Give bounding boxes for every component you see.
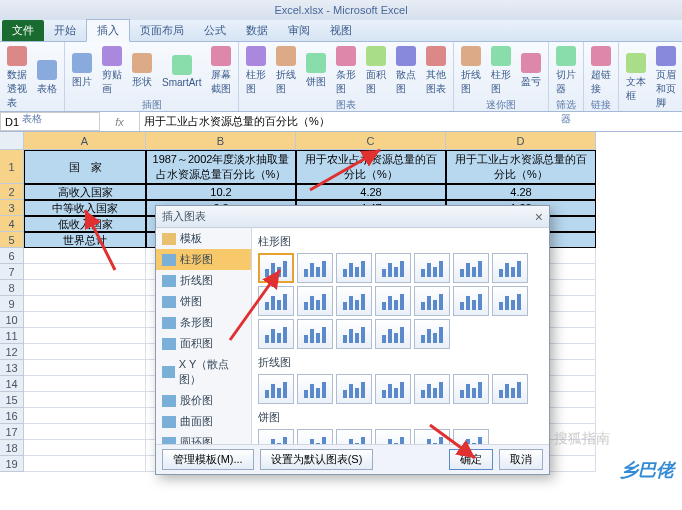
ribbon-button[interactable]: 图片 [69, 51, 95, 91]
cell[interactable]: 4.28 [296, 184, 446, 200]
cell[interactable] [24, 296, 146, 312]
row-header[interactable]: 13 [0, 360, 24, 376]
chart-thumbnail[interactable] [297, 286, 333, 316]
ribbon-button[interactable]: 屏幕截图 [208, 44, 234, 98]
ribbon-button[interactable]: SmartArt [159, 53, 204, 90]
formula-input[interactable]: 用于工业占水资源总量的百分比（%） [140, 112, 682, 131]
chart-type-item[interactable]: 圆环图 [156, 432, 251, 444]
row-header[interactable]: 16 [0, 408, 24, 424]
ribbon-button[interactable]: 页眉和页脚 [653, 44, 679, 112]
cell[interactable] [24, 280, 146, 296]
cell[interactable] [24, 312, 146, 328]
ribbon-button[interactable]: 数据透视表 [4, 44, 30, 112]
ok-button[interactable]: 确定 [449, 449, 493, 470]
column-header[interactable]: C [296, 132, 446, 150]
cell[interactable]: 10.2 [146, 184, 296, 200]
chart-thumbnail[interactable] [297, 429, 333, 444]
set-default-chart-button[interactable]: 设置为默认图表(S) [260, 449, 374, 470]
ribbon-button[interactable]: 切片器 [553, 44, 579, 98]
cell[interactable]: 用于农业占水资源总量的百分比（%） [296, 150, 446, 184]
row-header[interactable]: 7 [0, 264, 24, 280]
column-header[interactable]: B [146, 132, 296, 150]
cell[interactable] [24, 456, 146, 472]
tab-insert[interactable]: 插入 [86, 19, 130, 42]
tab-view[interactable]: 视图 [320, 20, 362, 41]
ribbon-button[interactable]: 柱形图 [243, 44, 269, 98]
cell[interactable]: 高收入国家 [24, 184, 146, 200]
row-header[interactable]: 8 [0, 280, 24, 296]
chart-thumbnail[interactable] [414, 286, 450, 316]
row-header[interactable]: 15 [0, 392, 24, 408]
chart-thumbnail[interactable] [492, 374, 528, 404]
cell[interactable]: 中等收入国家 [24, 200, 146, 216]
chart-thumbnail[interactable] [297, 374, 333, 404]
row-header[interactable]: 11 [0, 328, 24, 344]
row-header[interactable]: 19 [0, 456, 24, 472]
chart-thumbnail[interactable] [375, 253, 411, 283]
chart-type-item[interactable]: 模板 [156, 228, 251, 249]
row-header[interactable]: 3 [0, 200, 24, 216]
row-header[interactable]: 1 [0, 150, 24, 184]
cell[interactable] [24, 408, 146, 424]
row-header[interactable]: 5 [0, 232, 24, 248]
chart-thumbnail[interactable] [492, 253, 528, 283]
cell[interactable] [24, 424, 146, 440]
cell[interactable]: 用于工业占水资源总量的百分比（%） [446, 150, 596, 184]
row-header[interactable]: 2 [0, 184, 24, 200]
tab-page-layout[interactable]: 页面布局 [130, 20, 194, 41]
chart-thumbnail[interactable] [453, 374, 489, 404]
ribbon-button[interactable]: 其他图表 [423, 44, 449, 98]
chart-thumbnail[interactable] [336, 374, 372, 404]
chart-thumbnail[interactable] [258, 429, 294, 444]
chart-type-item[interactable]: 饼图 [156, 291, 251, 312]
tab-review[interactable]: 审阅 [278, 20, 320, 41]
cell[interactable] [24, 344, 146, 360]
chart-thumbnail[interactable] [336, 286, 372, 316]
chart-thumbnail[interactable] [414, 429, 450, 444]
row-header[interactable]: 17 [0, 424, 24, 440]
chart-thumbnail[interactable] [297, 319, 333, 349]
cell[interactable] [24, 264, 146, 280]
ribbon-button[interactable]: 表格 [34, 58, 60, 98]
row-header[interactable]: 10 [0, 312, 24, 328]
chart-thumbnail[interactable] [336, 429, 372, 444]
name-box[interactable]: D1 [0, 112, 100, 131]
chart-type-item[interactable]: 股价图 [156, 390, 251, 411]
ribbon-button[interactable]: 剪贴画 [99, 44, 125, 98]
cell[interactable] [24, 328, 146, 344]
ribbon-button[interactable]: 文本框 [623, 51, 649, 105]
chart-thumbnail[interactable] [336, 319, 372, 349]
ribbon-button[interactable]: 散点图 [393, 44, 419, 98]
cell[interactable]: 世界总计 [24, 232, 146, 248]
chart-thumbnail[interactable] [375, 429, 411, 444]
column-header[interactable]: D [446, 132, 596, 150]
chart-type-item[interactable]: 面积图 [156, 333, 251, 354]
row-header[interactable]: 6 [0, 248, 24, 264]
select-all-corner[interactable] [0, 132, 24, 150]
chart-type-item[interactable]: 曲面图 [156, 411, 251, 432]
row-header[interactable]: 12 [0, 344, 24, 360]
chart-thumbnail[interactable] [258, 374, 294, 404]
chart-thumbnail[interactable] [414, 319, 450, 349]
chart-thumbnail[interactable] [336, 253, 372, 283]
dialog-close-button[interactable]: × [535, 209, 543, 225]
chart-thumbnail[interactable] [258, 286, 294, 316]
cell[interactable] [24, 360, 146, 376]
chart-thumbnail[interactable] [414, 374, 450, 404]
chart-type-item[interactable]: 条形图 [156, 312, 251, 333]
chart-thumbnail[interactable] [414, 253, 450, 283]
row-header[interactable]: 18 [0, 440, 24, 456]
chart-type-item[interactable]: X Y（散点图） [156, 354, 251, 390]
cell[interactable] [24, 392, 146, 408]
chart-thumbnail[interactable] [375, 286, 411, 316]
chart-thumbnail[interactable] [492, 286, 528, 316]
chart-thumbnail[interactable] [453, 429, 489, 444]
cell[interactable] [24, 440, 146, 456]
cell[interactable] [24, 376, 146, 392]
row-header[interactable]: 4 [0, 216, 24, 232]
ribbon-button[interactable]: 盈亏 [518, 51, 544, 91]
cancel-button[interactable]: 取消 [499, 449, 543, 470]
column-header[interactable]: A [24, 132, 146, 150]
ribbon-button[interactable]: 柱形图 [488, 44, 514, 98]
manage-templates-button[interactable]: 管理模板(M)... [162, 449, 254, 470]
